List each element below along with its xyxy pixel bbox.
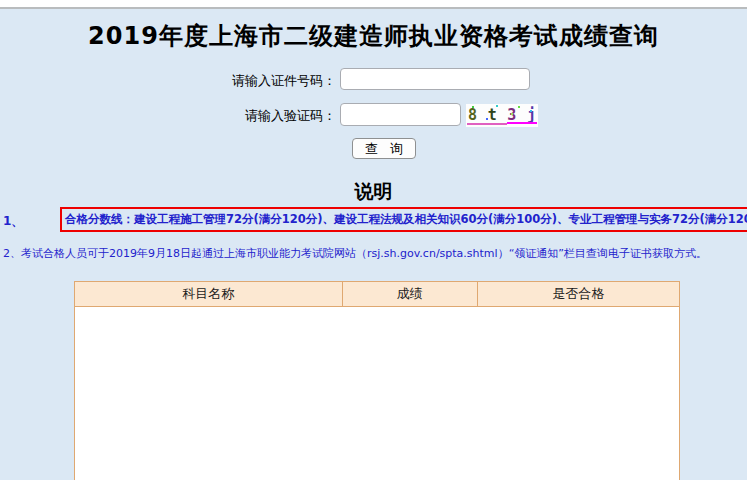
- notice-item2: 2、考试合格人员可于2019年9月18日起通过上海市职业能力考试院网站（rsj.…: [3, 246, 707, 261]
- query-button[interactable]: 查 询: [352, 138, 416, 159]
- captcha-noise-dot: [530, 110, 532, 112]
- notice-item1-highlighted: 合格分数线：建设工程施工管理72分(满分120分)、建设工程法规及相关知识60分…: [60, 207, 747, 232]
- top-bar: [0, 0, 747, 9]
- notice-item1-prefix: 1、: [3, 213, 23, 230]
- captcha-noise-dot: [472, 106, 474, 108]
- results-table-header: 科目名称 成绩 是否合格: [75, 282, 679, 307]
- column-header-score: 成绩: [343, 282, 478, 306]
- notice-heading: 说明: [0, 179, 747, 205]
- captcha-noise-line: [507, 122, 537, 124]
- captcha-input[interactable]: [340, 103, 461, 126]
- column-header-pass: 是否合格: [478, 282, 679, 306]
- column-header-subject: 科目名称: [75, 282, 343, 306]
- captcha-noise-dot: [518, 106, 520, 108]
- captcha-noise-dot: [496, 105, 498, 107]
- page-background: { "colors": { "page_bg": "#dbe8f4", "not…: [0, 0, 747, 480]
- captcha-label: 请输入验证码：: [245, 107, 336, 125]
- id-number-label: 请输入证件号码：: [232, 72, 336, 90]
- captcha-image[interactable]: 8t3j: [466, 104, 538, 127]
- id-number-input[interactable]: [340, 68, 530, 90]
- captcha-noise-line: [467, 123, 507, 125]
- captcha-noise-dot: [511, 113, 513, 115]
- captcha-noise-dot: [486, 118, 488, 120]
- results-table: 科目名称 成绩 是否合格: [74, 281, 680, 480]
- page-title: 2019年度上海市二级建造师执业资格考试成绩查询: [0, 20, 747, 52]
